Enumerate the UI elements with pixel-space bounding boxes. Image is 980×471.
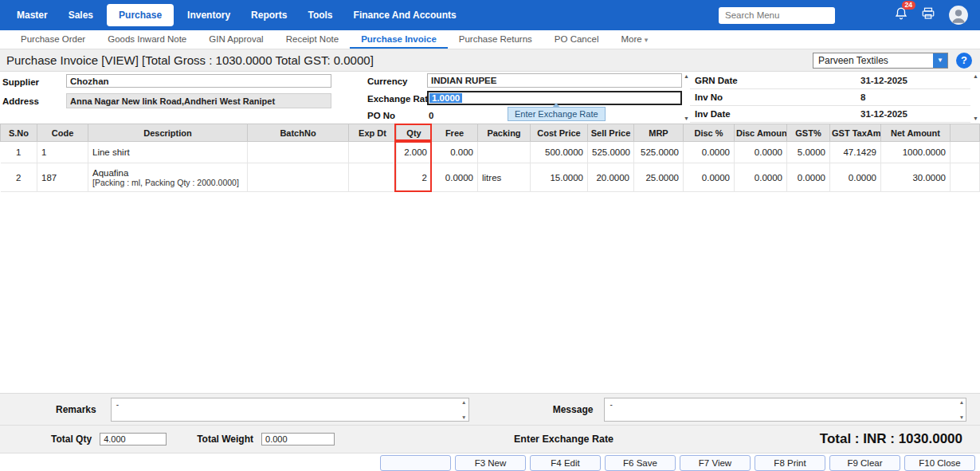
scroll-up-icon[interactable]: ▲ (959, 399, 964, 405)
tab-purchase-returns[interactable]: Purchase Returns (448, 30, 543, 49)
form-right-scrollbar[interactable]: ▲ ▼ (971, 73, 980, 121)
col-header-code[interactable]: Code (37, 124, 88, 142)
cell-batchno[interactable] (248, 163, 349, 192)
tab-receipt-note[interactable]: Receipt Note (275, 30, 350, 49)
cell-gst-pct[interactable]: 5.0000 (787, 142, 830, 163)
col-header-gst-pct[interactable]: GST% (787, 124, 830, 142)
col-header-sno[interactable]: S.No (1, 124, 37, 142)
notifications-button[interactable]: 24 (894, 6, 908, 24)
cell-expdt[interactable] (349, 163, 397, 192)
table-row[interactable]: 2 187 Aquafina [Packing : ml, Packing Qt… (1, 163, 980, 192)
f3-new-button[interactable]: F3 New (455, 455, 526, 471)
remarks-textarea[interactable]: - ▲ ▼ (111, 398, 469, 422)
menu-purchase[interactable]: Purchase (107, 4, 174, 26)
cell-free[interactable]: 0.0000 (432, 163, 478, 192)
cell-description[interactable]: Line shirt (88, 142, 248, 163)
tab-goods-inward-note[interactable]: Goods Inward Note (96, 30, 198, 49)
col-header-batchno[interactable]: BatchNo (248, 124, 349, 142)
menu-finance-and-accounts[interactable]: Finance And Accounts (343, 0, 467, 30)
menu-reports[interactable]: Reports (241, 0, 297, 30)
scroll-up-icon[interactable]: ▲ (973, 73, 978, 79)
print-button[interactable] (921, 6, 935, 24)
col-header-gst-taxamt[interactable]: GST TaxAmt (830, 124, 881, 142)
cell-free[interactable]: 0.000 (432, 142, 478, 163)
menu-sales[interactable]: Sales (58, 0, 104, 30)
cell-code[interactable]: 1 (37, 142, 88, 163)
total-weight-field[interactable] (261, 433, 335, 445)
menu-inventory[interactable]: Inventory (177, 0, 241, 30)
message-textarea[interactable]: - ▲ ▼ (604, 398, 966, 422)
cell-gst-pct[interactable]: 0.0000 (787, 163, 830, 192)
scroll-down-icon[interactable]: ▼ (959, 414, 964, 420)
cell-batchno[interactable] (248, 142, 349, 163)
col-header-packing[interactable]: Packing (478, 124, 531, 142)
cell-packing[interactable] (478, 142, 531, 163)
col-header-disc-amount[interactable]: Disc Amount (735, 124, 787, 142)
col-header-qty[interactable]: Qty (397, 124, 432, 142)
col-header-free[interactable]: Free (432, 124, 478, 142)
company-dropdown-button[interactable]: ▼ (933, 53, 947, 68)
company-selector[interactable]: Parveen Textiles ▼ (813, 53, 948, 69)
exchange-rate-label: Exchange Rate (367, 94, 433, 104)
cell-disc-amount[interactable]: 0.0000 (735, 163, 787, 192)
cell-sell-price[interactable]: 525.0000 (588, 142, 634, 163)
cell-packing[interactable]: litres (478, 163, 531, 192)
scroll-up-icon[interactable]: ▲ (461, 399, 466, 405)
cell-sell-price[interactable]: 20.0000 (588, 163, 634, 192)
address-field[interactable] (66, 93, 331, 108)
supplier-field[interactable] (66, 74, 331, 88)
cell-expdt[interactable] (349, 142, 397, 163)
cell-gst-taxamt[interactable]: 0.0000 (830, 163, 881, 192)
menu-master[interactable]: Master (6, 0, 58, 30)
cell-disc-pct[interactable]: 0.0000 (684, 163, 735, 192)
cell-disc-amount[interactable]: 0.0000 (735, 142, 787, 163)
currency-field[interactable] (427, 73, 682, 88)
scroll-down-icon[interactable]: ▼ (684, 116, 689, 121)
form-middle-scrollbar[interactable]: ▲ ▼ (682, 73, 691, 121)
cell-gst-taxamt[interactable]: 47.1429 (830, 142, 881, 163)
cell-qty[interactable]: 2.000 (397, 142, 432, 163)
col-header-mrp[interactable]: MRP (634, 124, 684, 142)
message-scrollbar[interactable]: ▲ ▼ (958, 399, 965, 420)
f4-edit-button[interactable]: F4 Edit (530, 455, 601, 471)
cell-qty[interactable]: 2 (397, 163, 432, 192)
cell-cost-price[interactable]: 15.0000 (531, 163, 588, 192)
table-row[interactable]: 1 1 Line shirt 2.000 0.000 500.0000 525.… (1, 142, 980, 163)
remarks-scrollbar[interactable]: ▲ ▼ (461, 399, 468, 420)
col-header-net-amount[interactable]: Net Amount (881, 124, 951, 142)
f10-close-button[interactable]: F10 Close (904, 455, 975, 471)
cell-net-amount[interactable]: 30.0000 (881, 163, 951, 192)
f8-print-button[interactable]: F8 Print (755, 455, 825, 471)
cell-description[interactable]: Aquafina [Packing : ml, Packing Qty : 20… (88, 163, 248, 192)
search-menu-input[interactable] (719, 7, 835, 24)
tab-more[interactable]: More▾ (610, 30, 659, 49)
col-header-cost-price[interactable]: Cost Price (531, 124, 588, 142)
purchase-tab-bar: Purchase Order Goods Inward Note GIN App… (0, 30, 980, 49)
col-header-expdt[interactable]: Exp Dt (349, 124, 397, 142)
f9-clear-button[interactable]: F9 Clear (829, 455, 900, 471)
scroll-down-icon[interactable]: ▼ (973, 116, 978, 121)
col-header-sell-price[interactable]: Sell Price (588, 124, 634, 142)
menu-tools[interactable]: Tools (297, 0, 343, 30)
help-button[interactable]: ? (956, 53, 972, 69)
cell-cost-price[interactable]: 500.0000 (531, 142, 588, 163)
tab-purchase-order[interactable]: Purchase Order (10, 30, 96, 49)
tab-gin-approval[interactable]: GIN Approval (198, 30, 274, 49)
tab-purchase-invoice[interactable]: Purchase Invoice (350, 30, 448, 49)
scroll-up-icon[interactable]: ▲ (684, 73, 689, 79)
scroll-down-icon[interactable]: ▼ (461, 414, 466, 420)
col-header-description[interactable]: Description (88, 124, 248, 142)
total-qty-field[interactable] (100, 433, 167, 445)
cell-mrp[interactable]: 525.0000 (634, 142, 684, 163)
f7-view-button[interactable]: F7 View (680, 455, 751, 471)
cell-code[interactable]: 187 (37, 163, 88, 192)
cell-disc-pct[interactable]: 0.0000 (684, 142, 735, 163)
user-profile-button[interactable] (948, 5, 969, 26)
inv-no-label: Inv No (695, 92, 723, 102)
f6-save-button[interactable]: F6 Save (605, 455, 676, 471)
col-header-disc-pct[interactable]: Disc % (684, 124, 735, 142)
blank-button[interactable] (380, 455, 451, 471)
cell-net-amount[interactable]: 1000.0000 (881, 142, 951, 163)
cell-mrp[interactable]: 25.0000 (634, 163, 684, 192)
tab-po-cancel[interactable]: PO Cancel (543, 30, 610, 49)
